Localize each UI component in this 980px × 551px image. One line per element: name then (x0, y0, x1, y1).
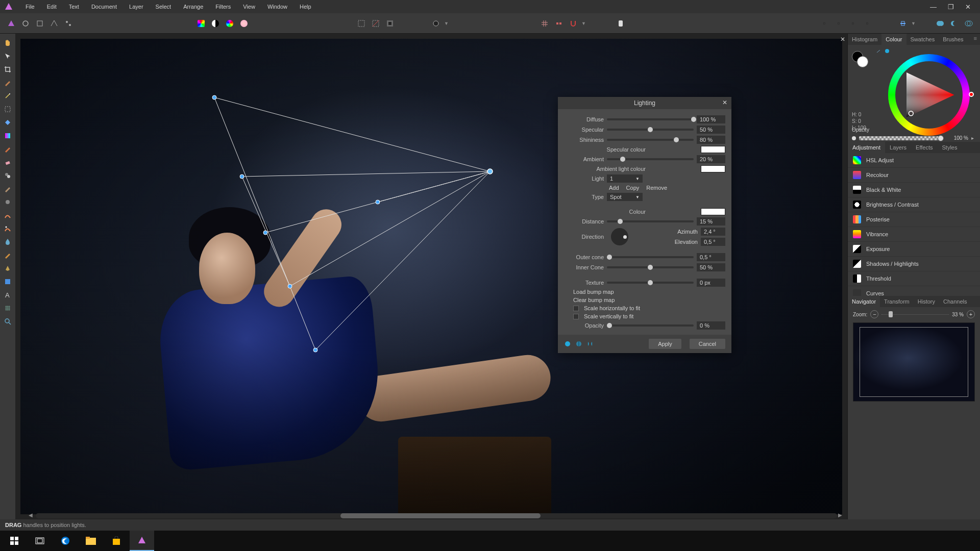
maximize-icon[interactable]: ❐ (945, 3, 957, 11)
erase-tool-icon[interactable] (3, 157, 13, 167)
colour-triangle[interactable] (899, 65, 959, 124)
move-tool-icon[interactable] (3, 51, 13, 61)
assistant-icon[interactable] (615, 17, 627, 30)
selection-brush-icon[interactable] (3, 78, 13, 88)
panel-menu-icon[interactable]: ≡ (971, 34, 980, 45)
task-view-button[interactable] (28, 531, 52, 551)
selection-none-icon[interactable] (370, 17, 382, 30)
boolean-intersect-icon[interactable] (963, 17, 975, 30)
adjustment-item[interactable]: Black & White (848, 183, 980, 197)
horizontal-scrollbar[interactable] (36, 513, 837, 518)
colour-chip-icon[interactable] (885, 49, 889, 53)
menu-view[interactable]: View (237, 0, 261, 13)
adjustment-item[interactable]: Recolour (848, 168, 980, 183)
text-tool-icon[interactable]: A (3, 290, 13, 300)
menu-arrange[interactable]: Arrange (177, 0, 209, 13)
menu-window[interactable]: Window (261, 0, 293, 13)
zoom-slider[interactable] (881, 311, 949, 317)
tab-layers[interactable]: Layers (885, 142, 911, 153)
diffuse-slider[interactable] (607, 118, 694, 120)
texture-value[interactable]: 0 px (697, 279, 725, 287)
dodge-tool-icon[interactable] (3, 197, 13, 207)
shininess-value[interactable]: 80 % (697, 136, 725, 144)
persona-liquify-icon[interactable] (19, 17, 32, 30)
outer-cone-value[interactable]: 0,5 ° (697, 253, 725, 261)
azimuth-value[interactable]: 2,4 ° (701, 228, 725, 236)
scroll-left-icon[interactable]: ◀ (29, 512, 35, 518)
load-bump-button[interactable]: Load bump map (573, 289, 614, 295)
shape-tool-icon[interactable] (3, 277, 13, 287)
lighting-dialog[interactable]: Lighting ✕ Diffuse100 % Specular50 % Shi… (558, 97, 731, 353)
menu-file[interactable]: File (19, 0, 41, 13)
menu-edit[interactable]: Edit (41, 0, 63, 13)
persona-develop-icon[interactable] (34, 17, 46, 30)
specular-colour-swatch[interactable] (701, 146, 725, 153)
overlay-gradient-icon[interactable] (3, 223, 13, 234)
quickmask-icon[interactable] (430, 17, 442, 30)
dialog-close-icon[interactable]: ✕ (722, 99, 727, 106)
direction-widget[interactable] (611, 228, 628, 245)
preset-1-icon[interactable] (564, 340, 571, 347)
boolean-subtract-icon[interactable] (948, 17, 961, 30)
shininess-slider[interactable] (607, 139, 694, 141)
tab-styles[interactable]: Styles (938, 142, 962, 153)
overlay-paint-icon[interactable] (3, 210, 13, 220)
selection-rect-icon[interactable] (355, 17, 368, 30)
swatch-rainbow-icon[interactable] (195, 17, 207, 30)
dropdown-caret-icon[interactable]: ▼ (581, 21, 586, 26)
minimize-icon[interactable]: — (927, 3, 940, 11)
distance-value[interactable]: 15 % (697, 217, 725, 226)
hue-handle[interactable] (969, 92, 974, 97)
tab-effects[interactable]: Effects (911, 142, 937, 153)
arrange-front-icon[interactable]: ▫ (861, 17, 873, 30)
adjustment-item[interactable]: Exposure (848, 242, 980, 257)
navigator-thumbnail[interactable] (853, 322, 975, 402)
retouch-tool-icon[interactable] (3, 250, 13, 260)
add-light-button[interactable]: Add (609, 185, 619, 191)
menu-help[interactable]: Help (293, 0, 317, 13)
opacity-slider[interactable] (859, 136, 942, 140)
tab-adjustment[interactable]: Adjustment (848, 142, 885, 153)
menu-filters[interactable]: Filters (209, 0, 237, 13)
scale-h-checkbox[interactable] (573, 306, 579, 311)
copy-light-button[interactable]: Copy (626, 185, 640, 191)
swatch-bw-icon[interactable] (209, 17, 222, 30)
dropdown-caret-icon[interactable]: ▼ (444, 21, 449, 26)
close-icon[interactable]: ✕ (962, 3, 974, 11)
outer-cone-slider[interactable] (607, 256, 694, 258)
ambient-value[interactable]: 20 % (697, 155, 725, 163)
tab-navigator[interactable]: Navigator (848, 296, 880, 307)
dropdown-caret-icon[interactable]: ▸ (971, 135, 974, 141)
start-button[interactable] (2, 531, 27, 551)
blur-tool-icon[interactable] (3, 237, 13, 247)
affinity-taskbar-icon[interactable] (130, 531, 154, 551)
inpaint-tool-icon[interactable] (3, 184, 13, 194)
magnet-icon[interactable] (567, 17, 579, 30)
store-icon[interactable] (104, 531, 129, 551)
adjustment-item[interactable]: Posterise (848, 212, 980, 227)
tab-history[interactable]: History (914, 296, 939, 307)
persona-tone-icon[interactable] (48, 17, 60, 30)
snap-icon[interactable] (553, 17, 565, 30)
swatch-soft-icon[interactable] (238, 17, 250, 30)
type-dropdown[interactable]: Spot▼ (607, 193, 643, 201)
remove-light-button[interactable]: Remove (646, 185, 667, 191)
ambient-colour-swatch[interactable] (701, 165, 725, 172)
inner-cone-slider[interactable] (607, 266, 694, 268)
tab-swatches[interactable]: Swatches (906, 34, 939, 45)
marquee-tool-icon[interactable] (3, 104, 13, 114)
specular-value[interactable]: 50 % (697, 126, 725, 134)
crop-tool-icon[interactable] (3, 64, 13, 74)
tab-histogram[interactable]: Histogram (848, 34, 881, 45)
adjustment-item[interactable]: Curves (848, 286, 980, 296)
preset-3-icon[interactable] (586, 340, 594, 347)
cancel-button[interactable]: Cancel (690, 339, 725, 349)
adjustment-item[interactable]: Threshold (848, 271, 980, 286)
clone-tool-icon[interactable] (3, 170, 13, 181)
eyedropper-icon[interactable]: ⟋ (875, 48, 881, 54)
arrange-forward-icon[interactable]: ▫ (847, 17, 859, 30)
edge-icon[interactable] (53, 531, 78, 551)
hand-tool-icon[interactable] (3, 38, 13, 48)
light-dropdown[interactable]: 1▼ (607, 174, 643, 183)
adjustment-item[interactable]: Vibrance (848, 227, 980, 242)
